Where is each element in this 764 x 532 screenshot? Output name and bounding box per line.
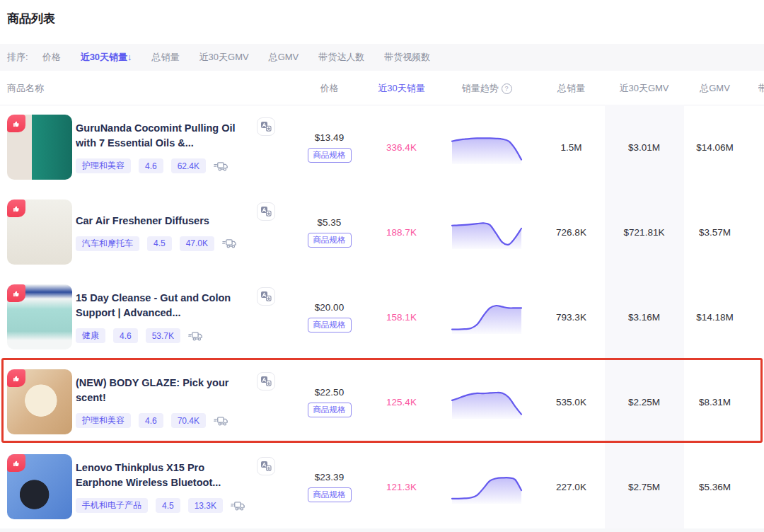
product-name[interactable]: GuruNanda Cocomint Pulling Oil with 7 Es… (76, 121, 253, 151)
product-tags: 汽车和摩托车 4.5 47.0K (76, 236, 253, 251)
table-row[interactable]: Car Air Freshener Diffusers 汽车和摩托车 4.5 4… (0, 190, 764, 274)
translate-icon (260, 121, 272, 132)
category-tag[interactable]: 护理和美容 (76, 158, 131, 173)
rating-tag: 4.6 (139, 158, 163, 173)
translate-button[interactable] (257, 287, 275, 306)
product-name[interactable]: Lenovo Thinkplus X15 Pro Earphone Wirele… (76, 461, 253, 490)
sort-bar: 排序: 价格近30天销量↓总销量近30天GMV总GMV带货达人数带货视频数 (0, 44, 764, 71)
delivery-truck-icon (231, 500, 245, 511)
rating-tag: 4.5 (156, 498, 180, 513)
review-count-tag: 62.4K (171, 158, 206, 173)
product-image[interactable] (7, 115, 72, 180)
table-row[interactable]: Lenovo Thinkplus X15 Pro Earphone Wirele… (0, 444, 764, 529)
price-value: $22.50 (315, 387, 344, 398)
question-circle-icon[interactable]: ? (502, 83, 512, 94)
product-name[interactable]: 15 Day Cleanse - Gut and Colon Support |… (76, 291, 253, 320)
sales-30d-value: 121.3K (357, 444, 446, 529)
price-value: $23.39 (315, 472, 344, 482)
rating-tag: 4.5 (147, 236, 172, 251)
review-count-tag: 47.0K (180, 236, 214, 251)
spec-badge[interactable]: 商品规格 (308, 233, 352, 248)
sort-option-3[interactable]: 近30天GMV (199, 51, 249, 64)
table-header: 商品名称 价格 近30天销量 销量趋势? 总销量 近30天GMV 总GMV 带货… (0, 71, 764, 105)
translate-icon (260, 291, 272, 302)
product-image[interactable] (7, 200, 72, 265)
product-info: Car Air Freshener Diffusers 汽车和摩托车 4.5 4… (76, 200, 253, 265)
thumbs-up-icon (12, 458, 21, 468)
trend-sparkline (450, 385, 523, 419)
sort-option-2[interactable]: 总销量 (152, 51, 180, 64)
translate-button[interactable] (257, 202, 275, 221)
total-gmv-value: $14.06M (671, 105, 759, 190)
translate-button[interactable] (257, 372, 275, 391)
column-header-name[interactable]: 商品名称 (7, 82, 44, 95)
sort-option-5[interactable]: 带货达人数 (318, 51, 364, 64)
sales-30d-value: 158.1K (357, 274, 446, 359)
product-image[interactable] (7, 369, 72, 434)
category-tag[interactable]: 健康 (76, 328, 105, 343)
thumbs-up-icon (12, 119, 21, 128)
product-name[interactable]: Car Air Freshener Diffusers (76, 214, 253, 229)
category-tag[interactable]: 护理和美容 (76, 413, 131, 428)
table-row[interactable]: 15 Day Cleanse - Gut and Colon Support |… (0, 274, 764, 359)
hot-badge (7, 200, 25, 217)
page-title: 商品列表 (7, 11, 55, 27)
product-tags: 健康 4.6 53.7K (76, 328, 253, 343)
trend-sparkline (450, 470, 523, 504)
spec-badge[interactable]: 商品规格 (308, 148, 352, 163)
next-row-edge (0, 528, 764, 532)
total-gmv-value: $5.36M (671, 444, 759, 529)
column-header-sales30[interactable]: 近30天销量 (357, 82, 446, 95)
sort-option-6[interactable]: 带货视频数 (384, 51, 430, 64)
category-tag[interactable]: 汽车和摩托车 (76, 236, 139, 251)
translate-icon (260, 461, 272, 472)
hot-badge (7, 115, 25, 132)
price-value: $20.00 (315, 302, 344, 313)
sort-option-0[interactable]: 价格 (42, 51, 61, 64)
category-tag[interactable]: 手机和电子产品 (76, 498, 148, 513)
translate-icon (260, 376, 272, 387)
product-name[interactable]: (NEW) BODY GLAZE: Pick your scent! (76, 376, 253, 405)
hot-badge (7, 454, 25, 472)
spec-badge[interactable]: 商品规格 (308, 403, 352, 417)
price-value: $5.35 (318, 217, 342, 228)
review-count-tag: 13.3K (188, 498, 223, 513)
delivery-truck-icon (222, 238, 237, 249)
translate-button[interactable] (257, 457, 275, 475)
product-tags: 护理和美容 4.6 70.4K (76, 413, 253, 428)
trend-header-label: 销量趋势 (462, 83, 499, 93)
spec-badge[interactable]: 商品规格 (308, 318, 352, 332)
sort-option-1[interactable]: 近30天销量↓ (81, 51, 132, 64)
total-gmv-value: $8.31M (671, 359, 759, 444)
product-info: Lenovo Thinkplus X15 Pro Earphone Wirele… (76, 454, 253, 519)
sales-30d-value: 188.7K (357, 190, 446, 274)
sales-30d-value: 125.4K (357, 359, 446, 444)
column-header-trend[interactable]: 销量趋势? (439, 82, 535, 95)
sort-label: 排序: (7, 51, 28, 64)
price-value: $13.49 (315, 132, 344, 143)
column-header-total-gmv[interactable]: 总GMV (671, 82, 759, 95)
delivery-truck-icon (214, 415, 228, 427)
product-tags: 手机和电子产品 4.5 13.3K (76, 498, 253, 513)
delivery-truck-icon (188, 330, 203, 342)
sort-options: 价格近30天销量↓总销量近30天GMV总GMV带货达人数带货视频数 (42, 51, 451, 64)
translate-button[interactable] (257, 117, 275, 136)
hot-badge (7, 284, 25, 302)
trend-sparkline (450, 130, 523, 164)
product-rows: GuruNanda Cocomint Pulling Oil with 7 Es… (0, 105, 764, 529)
delivery-truck-icon (214, 161, 228, 172)
total-gmv-value: $14.18M (671, 274, 759, 359)
thumbs-up-icon (12, 204, 21, 213)
total-gmv-value: $3.57M (671, 190, 759, 274)
product-image[interactable] (7, 284, 72, 349)
product-image[interactable] (7, 454, 72, 519)
trend-sparkline (450, 300, 523, 334)
product-info: 15 Day Cleanse - Gut and Colon Support |… (76, 284, 253, 349)
rating-tag: 4.6 (139, 413, 163, 428)
table-row[interactable]: (NEW) BODY GLAZE: Pick your scent! 护理和美容… (0, 359, 764, 444)
spec-badge[interactable]: 商品规格 (308, 487, 352, 502)
table-row[interactable]: GuruNanda Cocomint Pulling Oil with 7 Es… (0, 105, 764, 190)
trend-sparkline (450, 215, 523, 249)
sort-option-4[interactable]: 总GMV (269, 51, 299, 64)
translate-icon (260, 206, 272, 217)
